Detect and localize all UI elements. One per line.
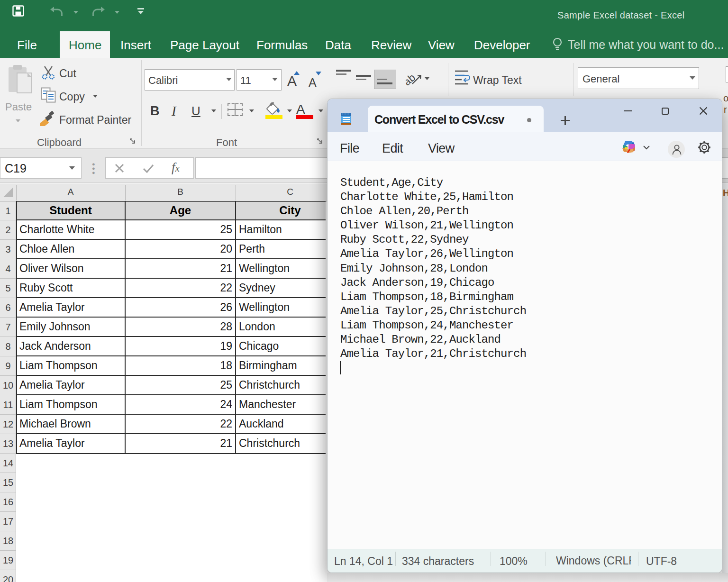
svg-text:ab: ab (406, 72, 418, 88)
